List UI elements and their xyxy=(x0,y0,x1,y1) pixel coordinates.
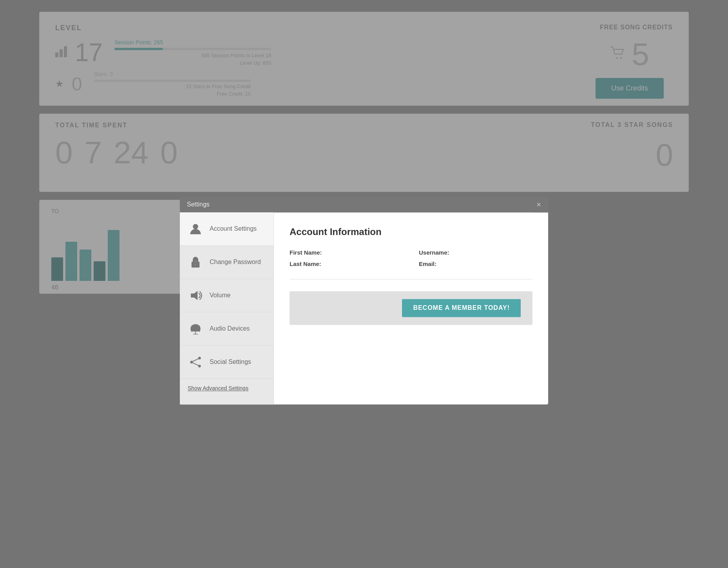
svg-point-13 xyxy=(198,365,201,367)
divider xyxy=(290,279,532,279)
modal-sidebar: Account Settings Change Password xyxy=(180,212,274,404)
volume-icon xyxy=(188,288,203,303)
sidebar-volume-label: Volume xyxy=(210,292,230,299)
username-label: Username: xyxy=(419,249,532,256)
email-label: Email: xyxy=(419,260,532,267)
member-banner: BECOME A MEMBER TODAY! xyxy=(290,291,532,325)
content-title: Account Information xyxy=(290,226,532,237)
svg-point-5 xyxy=(193,224,198,230)
sidebar-item-account[interactable]: Account Settings xyxy=(180,212,273,246)
svg-line-16 xyxy=(193,363,198,365)
svg-point-14 xyxy=(190,361,193,364)
modal-title: Settings xyxy=(187,201,210,208)
svg-point-12 xyxy=(198,357,201,360)
first-name-label: First Name: xyxy=(290,249,403,256)
show-advanced-button[interactable]: Show Advanced Settings xyxy=(180,379,273,398)
sidebar-item-audio[interactable]: Audio Devices xyxy=(180,312,273,346)
sidebar-password-label: Change Password xyxy=(210,259,261,266)
sidebar-audio-label: Audio Devices xyxy=(210,325,250,332)
become-member-button[interactable]: BECOME A MEMBER TODAY! xyxy=(402,299,521,317)
modal-close-button[interactable]: × xyxy=(536,201,541,208)
person-icon xyxy=(188,221,203,237)
sidebar-social-label: Social Settings xyxy=(210,358,251,365)
info-grid: First Name: Username: Last Name: Email: xyxy=(290,249,532,267)
audio-devices-icon xyxy=(188,321,203,336)
modal-main-content: Account Information First Name: Username… xyxy=(274,212,548,404)
sidebar-account-label: Account Settings xyxy=(210,225,257,232)
sidebar-item-password[interactable]: Change Password xyxy=(180,246,273,279)
lock-icon xyxy=(188,254,203,270)
share-icon xyxy=(188,354,203,370)
settings-modal: Settings × Account Settings xyxy=(180,197,548,404)
sidebar-item-volume[interactable]: Volume xyxy=(180,279,273,312)
last-name-label: Last Name: xyxy=(290,260,403,267)
svg-line-15 xyxy=(193,359,198,362)
modal-titlebar: Settings × xyxy=(180,197,548,212)
modal-body: Account Settings Change Password xyxy=(180,212,548,404)
svg-rect-8 xyxy=(195,264,196,266)
svg-marker-9 xyxy=(191,291,197,300)
sidebar-item-social[interactable]: Social Settings xyxy=(180,346,273,379)
